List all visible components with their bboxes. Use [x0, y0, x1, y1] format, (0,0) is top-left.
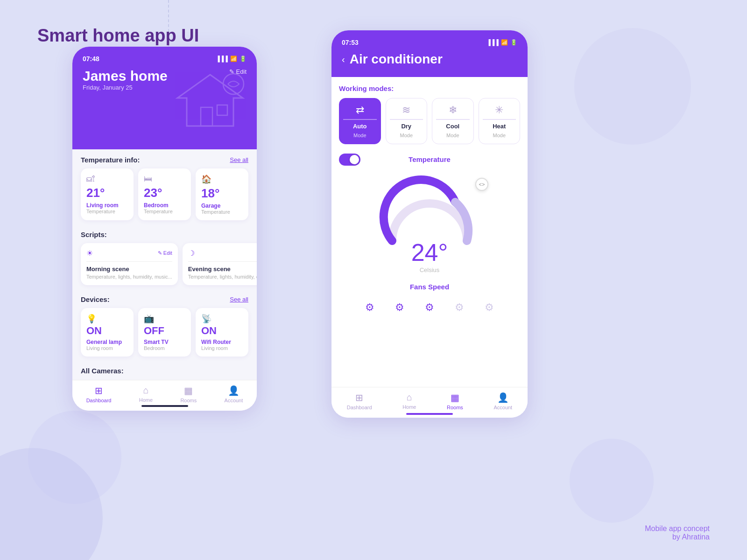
ac-title: Air conditioner — [350, 52, 443, 67]
script-morning-edit[interactable]: ✎ Edit — [158, 250, 172, 256]
home-info: James home Friday, January 25 — [83, 68, 168, 91]
see-all-temp-link[interactable]: See all — [230, 156, 248, 163]
nav-dashboard[interactable]: ⊞ Dashboard — [86, 385, 112, 403]
scripts-cards: ☀ ✎ Edit Morning scene Temperature, ligh… — [81, 243, 248, 285]
device-wifi: 📡 ON Wifi Router Living room — [196, 308, 248, 357]
lamp-status: ON — [86, 325, 128, 337]
phone2-home-icon: ⌂ — [407, 392, 412, 403]
gauge-handle[interactable]: <> — [475, 178, 488, 191]
page-title: Smart home app UI — [37, 26, 199, 46]
device-cards: 💡 ON General lamp Living room 📺 OFF Smar… — [81, 308, 248, 357]
temp-toggle[interactable] — [339, 154, 360, 166]
phone1-bottom-nav: ⊞ Dashboard ⌂ Home ▦ Rooms 👤 Account — [72, 380, 257, 411]
mode-dry[interactable]: ≋ Dry Mode — [386, 98, 428, 144]
mode-dry-label: Mode — [400, 133, 413, 138]
living-temp-room: Living room — [86, 202, 128, 209]
bed-icon: 🛋 — [86, 174, 128, 184]
mode-heat-label: Mode — [493, 133, 506, 138]
phone2-status-icons: ▐▐▐ 📶 🔋 — [486, 39, 517, 46]
scripts-section: Scripts: ☀ ✎ Edit Morning scene Temperat… — [72, 224, 257, 289]
phone2-nav-account[interactable]: 👤 Account — [493, 392, 512, 410]
home-date: Friday, January 25 — [83, 84, 168, 91]
garage-icon: 🏠 — [201, 174, 243, 184]
fans-section-title: Fans Speed — [339, 283, 520, 291]
phone2-nav-dashboard[interactable]: ⊞ Dashboard — [347, 392, 372, 410]
fan-speed-4[interactable]: ⚙ — [449, 297, 470, 318]
devices-section-title: Devices: — [81, 295, 110, 303]
script-morning-header: ☀ ✎ Edit — [86, 249, 172, 258]
mode-cards: ⇄ Auto Mode ≋ Dry Mode ❄ Cool Mode ✳ Hea… — [339, 98, 520, 144]
see-all-devices-link[interactable]: See all — [230, 296, 248, 303]
nav-indicator — [141, 405, 188, 407]
fan-speed-5[interactable]: ⚙ — [479, 297, 500, 318]
nav-dashboard-label: Dashboard — [86, 398, 112, 403]
fan-speed-2[interactable]: ⚙ — [389, 297, 410, 318]
nav-account[interactable]: 👤 Account — [225, 385, 243, 403]
phone2-wifi-icon: 📶 — [501, 39, 508, 46]
nav-rooms[interactable]: ▦ Rooms — [180, 385, 197, 403]
nav-home[interactable]: ⌂ Home — [139, 385, 153, 403]
wifi-router-icon: 📡 — [201, 314, 243, 324]
status-icons: ▐▐▐ 📶 🔋 — [216, 56, 247, 62]
mode-heat-name: Heat — [493, 123, 506, 130]
script-evening-desc: Temperature, lights, humidity, curtains,… — [188, 274, 257, 280]
phone2-nav-home[interactable]: ⌂ Home — [402, 392, 416, 410]
mode-cool-divider — [436, 119, 470, 120]
living-temp-value: 21° — [86, 186, 128, 200]
watermark: Mobile app concept by Ahratina — [645, 525, 710, 541]
phone2-status-bar: 07:53 ▐▐▐ 📶 🔋 — [342, 39, 517, 46]
phone2-battery-icon: 🔋 — [510, 39, 517, 46]
scripts-header: Scripts: — [81, 231, 248, 238]
mode-cool[interactable]: ❄ Cool Mode — [432, 98, 474, 144]
sun-icon: ☀ — [86, 249, 93, 258]
house-illustration — [173, 65, 247, 131]
bedroom-temp-room: Bedroom — [144, 202, 185, 209]
fans-row: ⚙ ⚙ ⚙ ⚙ ⚙ — [339, 297, 520, 318]
fan-speed-3[interactable]: ⚙ — [419, 297, 440, 318]
back-button[interactable]: ‹ — [342, 54, 345, 65]
ac-title-row: ‹ Air conditioner — [342, 52, 517, 67]
phone2-nav-home-label: Home — [402, 404, 416, 410]
fan-speed-1[interactable]: ⚙ — [359, 297, 380, 318]
mode-dry-name: Dry — [401, 123, 411, 130]
home-icon: ⌂ — [143, 385, 148, 396]
mode-cool-name: Cool — [446, 123, 459, 130]
phone2-nav-rooms[interactable]: ▦ Rooms — [447, 392, 463, 410]
moon-icon: ☽ — [188, 249, 195, 258]
script-morning-name: Morning scene — [86, 266, 172, 273]
watermark-line1: Mobile app concept — [645, 525, 710, 533]
mode-auto-label: Mode — [353, 133, 366, 138]
garage-temp-room: Garage — [201, 203, 243, 209]
temp-control-row: Temperature — [339, 154, 520, 166]
phone2-nav-account-label: Account — [493, 405, 512, 410]
phone2-nav-dashboard-label: Dashboard — [347, 405, 372, 410]
home-name: James home — [83, 68, 168, 84]
devices-section: Devices: See all 💡 ON General lamp Livin… — [72, 289, 257, 360]
temp-gauge-unit: Celsius — [420, 266, 440, 273]
status-time: 07:48 — [83, 55, 99, 63]
edit-icon: ✎ — [229, 68, 234, 75]
script-evening-name: Evening scene — [188, 266, 257, 273]
garage-temp-label: Temperature — [201, 209, 243, 215]
mode-dry-divider — [390, 119, 423, 120]
phone1: 07:48 ▐▐▐ 📶 🔋 James home Friday, January… — [72, 47, 257, 411]
mode-auto-name: Auto — [353, 123, 367, 130]
phone2-nav-rooms-label: Rooms — [447, 405, 463, 410]
svg-rect-1 — [217, 105, 227, 115]
phone2-dashboard-icon: ⊞ — [355, 392, 363, 403]
temperature-cards: 🛋 21° Living room Temperature 🛏 23° Bedr… — [81, 168, 248, 220]
account-icon: 👤 — [228, 385, 240, 396]
script-morning-desc: Temperature, lights, humidity, music... — [86, 274, 172, 280]
phone2-bottom-nav: ⊞ Dashboard ⌂ Home ▦ Rooms 👤 Account — [331, 387, 528, 418]
mode-auto-divider — [343, 119, 377, 120]
mode-heat-divider — [483, 119, 516, 120]
mode-auto[interactable]: ⇄ Auto Mode — [339, 98, 381, 144]
temperature-header: Temperature info: See all — [81, 156, 248, 164]
mode-heat[interactable]: ✳ Heat Mode — [479, 98, 521, 144]
phone2-status-time: 07:53 — [342, 39, 359, 46]
phone2-nav-indicator — [406, 413, 453, 415]
lamp-icon: 💡 — [86, 314, 128, 324]
nav-home-label: Home — [139, 397, 153, 403]
tv-status: OFF — [144, 325, 185, 337]
edit-home-button[interactable]: ✎ Edit — [229, 68, 247, 75]
